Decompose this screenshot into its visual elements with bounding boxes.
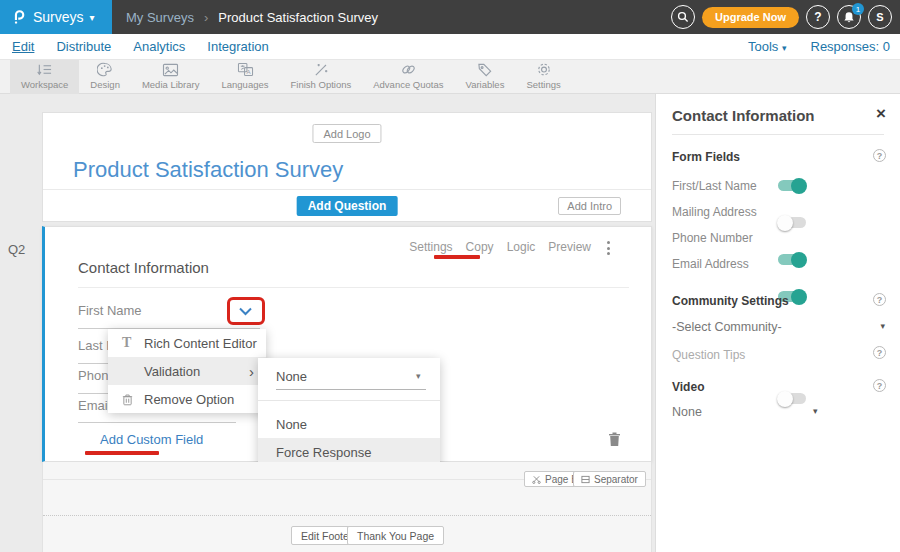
menu-item-label: Remove Option <box>144 392 234 407</box>
toolbar-item-workspace[interactable]: Workspace <box>10 60 79 95</box>
help-circle-icon[interactable]: ? <box>873 346 886 359</box>
toggle-phone-number[interactable] <box>778 254 806 265</box>
workspace-icon <box>36 62 53 77</box>
tab-integration[interactable]: Integration <box>207 39 268 54</box>
card-divider <box>43 189 651 190</box>
search-button[interactable] <box>671 5 695 29</box>
field-context-menu: T Rich Content Editor Validation › Remov… <box>108 329 266 413</box>
question-action-copy[interactable]: Copy <box>466 240 494 254</box>
menu-item-validation[interactable]: Validation › <box>108 357 266 385</box>
annotation-chevron-box <box>227 297 265 325</box>
question-title[interactable]: Contact Information <box>78 259 209 276</box>
survey-header-card: Add Logo Product Satisfaction Survey Add… <box>42 112 652 222</box>
video-select[interactable]: None <box>672 405 702 419</box>
survey-title[interactable]: Product Satisfaction Survey <box>73 157 343 183</box>
toggle-knob <box>791 178 807 194</box>
toolbar-item-label: Languages <box>221 79 268 90</box>
add-logo-button[interactable]: Add Logo <box>312 124 381 143</box>
toggle-label-phone-number: Phone Number <box>672 231 753 245</box>
upgrade-now-button[interactable]: Upgrade Now <box>702 7 799 28</box>
image-icon <box>162 62 179 77</box>
breadcrumb-parent[interactable]: My Surveys <box>126 10 194 25</box>
toolbar-item-media-library[interactable]: Media Library <box>131 60 211 95</box>
add-question-button[interactable]: Add Question <box>297 196 398 216</box>
product-switcher-label: Surveys <box>33 9 84 25</box>
validation-select-value[interactable]: None <box>276 369 307 384</box>
community-select-caret-icon: ▾ <box>880 321 885 331</box>
close-icon[interactable]: × <box>876 105 886 122</box>
breadcrumb: My Surveys › Product Satisfaction Survey <box>126 0 378 34</box>
toolbar-item-advance-quotas[interactable]: Advance Quotas <box>362 60 454 95</box>
question-title-divider <box>78 287 629 288</box>
community-select[interactable]: -Select Community- <box>672 320 782 334</box>
separator-label: Separator <box>594 474 638 485</box>
form-fields-heading: Form Fields <box>672 150 740 164</box>
product-switcher[interactable]: Surveys ▾ <box>0 0 112 34</box>
toggle-knob <box>791 289 807 305</box>
gear-icon <box>536 62 552 77</box>
add-custom-field-link[interactable]: Add Custom Field <box>100 432 203 447</box>
notifications-button[interactable]: 1 <box>837 5 861 29</box>
toolbar-item-variables[interactable]: Variables <box>455 60 516 95</box>
help-circle-icon[interactable]: ? <box>873 379 886 392</box>
toggle-label-question-tips: Question Tips <box>672 348 745 362</box>
toggle-question-tips[interactable] <box>778 393 806 404</box>
help-circle-icon[interactable]: ? <box>873 149 886 162</box>
toolbar-item-settings[interactable]: Settings <box>515 60 571 95</box>
menu-item-remove-option[interactable]: Remove Option <box>108 385 266 413</box>
toolbar-item-design[interactable]: Design <box>79 60 131 95</box>
chevron-down-icon: ▾ <box>90 12 95 23</box>
menu-item-label: Rich Content Editor <box>144 336 257 351</box>
option-label: Force Response <box>276 445 371 460</box>
toggle-knob <box>791 252 807 268</box>
tab-edit[interactable]: Edit <box>12 39 34 54</box>
annotation-settings-underline <box>434 255 480 259</box>
breadcrumb-current: Product Satisfaction Survey <box>218 10 378 25</box>
separator-icon <box>581 475 590 484</box>
help-circle-icon[interactable]: ? <box>873 293 886 306</box>
menu-item-label: Validation <box>144 364 200 379</box>
community-settings-heading: Community Settings <box>672 294 789 308</box>
top-header: Surveys ▾ My Surveys › Product Satisfact… <box>0 0 900 34</box>
account-avatar[interactable]: S <box>868 5 892 29</box>
toggle-first-last-name[interactable] <box>778 180 806 191</box>
toggle-label-mailing-address: Mailing Address <box>672 205 757 219</box>
separator-button[interactable]: Separator <box>573 471 646 487</box>
toolbar-item-languages[interactable]: A Languages <box>210 60 279 95</box>
survey-canvas: Add Logo Product Satisfaction Survey Add… <box>0 94 655 552</box>
question-action-settings[interactable]: Settings <box>409 240 452 254</box>
tab-distribute[interactable]: Distribute <box>56 39 111 54</box>
validation-option-none[interactable]: None <box>258 410 440 438</box>
questionpro-logo-icon <box>10 9 27 26</box>
add-intro-button[interactable]: Add Intro <box>558 197 621 215</box>
question-code: Q2 <box>8 242 25 257</box>
video-heading: Video <box>672 380 704 394</box>
search-icon <box>677 11 689 23</box>
toolbar-item-label: Advance Quotas <box>373 79 443 90</box>
toolbar-items: Workspace Design Media Library A Languag… <box>10 60 572 93</box>
toggle-mailing-address[interactable] <box>778 217 806 228</box>
tools-menu[interactable]: Tools ▾ <box>748 39 787 54</box>
toggle-knob <box>777 391 793 407</box>
tab-analytics[interactable]: Analytics <box>133 39 185 54</box>
question-action-preview[interactable]: Preview <box>548 240 591 254</box>
toolbar-item-finish-options[interactable]: Finish Options <box>280 60 363 95</box>
scissors-icon <box>532 475 541 484</box>
question-more-menu[interactable] <box>605 239 612 257</box>
palette-icon <box>97 62 113 77</box>
question-settings-sidebar: Contact Information × Form Fields ? Firs… <box>655 94 900 552</box>
submenu-divider <box>258 400 440 401</box>
app-window: Surveys ▾ My Surveys › Product Satisfact… <box>0 0 900 552</box>
menu-item-rich-content-editor[interactable]: T Rich Content Editor <box>108 329 266 357</box>
dot <box>607 247 610 250</box>
help-button[interactable]: ? <box>806 5 830 29</box>
question-action-logic[interactable]: Logic <box>507 240 536 254</box>
nav-right: Tools ▾ Responses: 0 <box>748 34 890 59</box>
survey-nav: Edit Distribute Analytics Integration To… <box>0 34 900 60</box>
footer-dotted-divider <box>43 515 651 516</box>
thank-you-page-button[interactable]: Thank You Page <box>347 526 444 545</box>
annotation-add-custom-field-underline <box>85 451 159 455</box>
chevron-down-icon: ▾ <box>782 43 787 53</box>
delete-question-trash-icon[interactable] <box>608 431 621 447</box>
responses-count[interactable]: Responses: 0 <box>811 39 891 54</box>
